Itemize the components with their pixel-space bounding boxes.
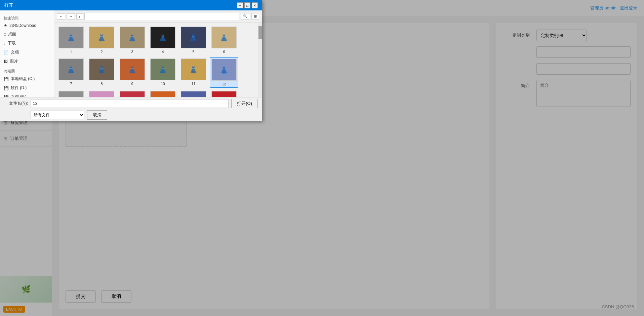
file-thumbnail: 👗 [120, 27, 145, 48]
filename-label: 文件名(N): [4, 101, 28, 106]
file-thumbnail: 👗 [89, 91, 114, 97]
toolbar-forward-btn[interactable]: → [67, 13, 75, 19]
file-thumbnail: 👗 [120, 58, 145, 80]
file-thumbnail: 👗 [58, 58, 84, 80]
file-item-1[interactable]: 👗 1 [57, 25, 85, 55]
dialog-titlebar: 打开 ─ □ ✕ [0, 0, 262, 10]
file-thumbnail: 👗 [211, 91, 237, 97]
file-item-10[interactable]: 👗 10 [149, 57, 177, 88]
toolbar-search-btn[interactable]: 🔍 [241, 13, 250, 19]
nav-icon: 💾 [4, 77, 9, 81]
nav-icon: ↓ [4, 41, 6, 46]
nav-icon: 💾 [4, 86, 9, 90]
dialog-main: ← → ↑ 🔍 ⊞ 👗 1 👗 [54, 10, 262, 97]
file-name: 2 [100, 50, 103, 54]
file-item-7[interactable]: 👗 7 [57, 57, 85, 88]
file-name: 3 [131, 50, 133, 54]
file-thumbnail: 👗 [150, 58, 175, 80]
file-item-5[interactable]: 👗 5 [179, 25, 208, 55]
file-name: 9 [131, 82, 133, 86]
scrollbar-vertical[interactable] [258, 23, 262, 97]
toolbar-view-btn[interactable]: ⊞ [251, 13, 259, 19]
nav-item-2345download[interactable]: ★2345Download [0, 22, 54, 30]
file-name: 4 [162, 50, 164, 54]
nav-label: 文档 (E:) [11, 94, 27, 97]
nav-item-local-c[interactable]: 💾本地磁盘 (C:) [0, 74, 54, 83]
file-item-9[interactable]: 👗 9 [118, 57, 147, 88]
nav-label: 软件 (D:) [11, 85, 27, 91]
dialog-cancel-button[interactable]: 取消 [87, 110, 107, 120]
file-item-8[interactable]: 👗 8 [87, 57, 116, 88]
dialog-maximize-btn[interactable]: □ [244, 2, 250, 8]
nav-label: 2345Download [9, 23, 36, 28]
file-thumbnail: 👗 [89, 27, 114, 48]
nav-item-pics[interactable]: 🖼图片 [0, 57, 54, 66]
file-item-6[interactable]: 👗 6 [210, 25, 238, 55]
nav-item-desktop[interactable]: □桌面 [0, 30, 54, 39]
nav-label: 文档 [11, 49, 19, 55]
file-name: 10 [161, 82, 165, 86]
file-grid: 👗 1 👗 2 👗 3 👗 4 👗 5 [54, 23, 258, 97]
file-name: 7 [70, 82, 72, 86]
nav-label: 图片 [10, 58, 18, 64]
file-item-4[interactable]: 👗 4 [149, 25, 177, 55]
scrollbar-thumb[interactable] [258, 26, 262, 39]
file-item-12[interactable]: 👗 12 [210, 57, 238, 88]
nav-icon: 💾 [4, 95, 9, 97]
toolbar-up-btn[interactable]: ↑ [76, 13, 83, 19]
file-thumbnail: 👗 [58, 27, 84, 48]
nav-section-此电脑: 此电脑 [0, 66, 54, 74]
file-item-2[interactable]: 👗 2 [87, 25, 116, 55]
dialog-body: 快速访问★2345Download□桌面↓下载📄文档🖼图片此电脑💾本地磁盘 (C… [0, 10, 262, 97]
dialog-close-btn[interactable]: ✕ [252, 2, 258, 8]
filename-input[interactable] [31, 99, 229, 108]
dialog-overlay: 打开 ─ □ ✕ 快速访问★2345Download□桌面↓下载📄文档🖼图片此电… [0, 0, 644, 316]
filename-row: 文件名(N): 打开(O) [4, 99, 258, 108]
dialog-title: 打开 [4, 2, 13, 8]
filetype-select[interactable]: 所有文件 [31, 111, 84, 119]
file-thumbnail: 👗 [150, 91, 175, 97]
file-item-13-1FS1154004[interactable]: 👗 13-1FS1154004 [179, 90, 208, 97]
file-item-13[interactable]: 👗 13 [57, 90, 85, 97]
file-name: 12 [222, 82, 226, 86]
dialog-toolbar: ← → ↑ 🔍 ⊞ [54, 10, 262, 23]
file-item-13-1FQG31314[interactable]: 👗 13-1FQG31314 [87, 90, 116, 97]
file-thumbnail: 👗 [211, 59, 237, 81]
file-thumbnail: 👗 [150, 27, 175, 48]
file-name: 5 [192, 50, 194, 54]
file-thumbnail: 👗 [120, 91, 145, 97]
dialog-window-controls: ─ □ ✕ [237, 2, 258, 8]
dialog-sidebar: 快速访问★2345Download□桌面↓下载📄文档🖼图片此电脑💾本地磁盘 (C… [0, 10, 54, 97]
file-item-11[interactable]: 👗 11 [179, 57, 208, 88]
file-item-14[interactable]: 👗 14 [210, 90, 238, 97]
filetype-row: 所有文件 取消 [4, 110, 258, 120]
nav-icon: □ [4, 32, 6, 37]
nav-icon: 🖼 [4, 59, 8, 64]
file-item-13-1FOG31317[interactable]: 👗 13-1FOG31317 [118, 90, 147, 97]
toolbar-back-btn[interactable]: ← [57, 13, 65, 19]
nav-icon: ★ [4, 23, 7, 28]
dialog-nav: 快速访问★2345Download□桌面↓下载📄文档🖼图片此电脑💾本地磁盘 (C… [0, 13, 54, 97]
nav-section-快速访问: 快速访问 [0, 13, 54, 22]
dialog-footer: 文件名(N): 打开(O) 所有文件 取消 [0, 97, 262, 121]
nav-item-soft-d[interactable]: 💾软件 (D:) [0, 83, 54, 92]
nav-item-download[interactable]: ↓下载 [0, 39, 54, 48]
nav-item-docs[interactable]: 📄文档 [0, 48, 54, 57]
file-thumbnail: 👗 [211, 27, 237, 48]
nav-label: 下载 [8, 40, 16, 46]
file-thumbnail: 👗 [181, 27, 206, 48]
file-thumbnail: 👗 [181, 58, 206, 80]
file-name: 1 [70, 50, 72, 54]
nav-icon: 📄 [4, 50, 9, 55]
nav-item-doc-e[interactable]: 💾文档 (E:) [0, 92, 54, 97]
open-button[interactable]: 打开(O) [231, 99, 258, 108]
file-item-13-1FS1110G7[interactable]: 👗 13-1FS1110G7- [149, 90, 177, 97]
file-thumbnail: 👗 [89, 58, 114, 80]
file-item-3[interactable]: 👗 3 [118, 25, 147, 55]
file-name: 11 [191, 82, 195, 86]
path-bar[interactable] [84, 13, 240, 20]
file-name: 8 [100, 82, 103, 86]
dialog-minimize-btn[interactable]: ─ [237, 2, 243, 8]
nav-label: 桌面 [8, 31, 16, 37]
file-thumbnail: 👗 [181, 91, 206, 97]
